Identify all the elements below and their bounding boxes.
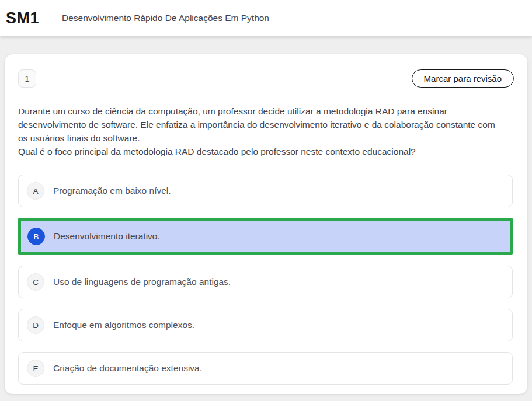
app-header: SM1 Desenvolvimento Rápido De Aplicações… (0, 0, 532, 36)
question-text: Durante um curso de ciência da computaçã… (18, 104, 497, 158)
option-e[interactable]: E Criação de documentação extensiva. (18, 352, 513, 385)
option-e-letter-badge: E (27, 360, 44, 377)
question-paragraph-1: Durante um curso de ciência da computaçã… (18, 104, 497, 145)
option-c[interactable]: C Uso de linguagens de programação antig… (18, 266, 513, 298)
course-title: Desenvolvimento Rápido De Aplicações Em … (62, 13, 269, 23)
option-a-text: Programação em baixo nível. (53, 186, 171, 196)
option-c-text: Uso de linguagens de programação antigas… (53, 277, 231, 287)
option-b-text: Desenvolvimento iterativo. (54, 231, 160, 242)
options-list: A Programação em baixo nível. B Desenvol… (18, 175, 513, 385)
question-number-badge: 1 (18, 69, 36, 88)
app-logo: SM1 (5, 9, 50, 27)
option-c-letter-badge: C (27, 273, 44, 291)
option-d-text: Enfoque em algoritmos complexos. (53, 320, 194, 330)
header-divider (50, 5, 50, 32)
option-d[interactable]: D Enfoque em algoritmos complexos. (18, 309, 513, 341)
question-paragraph-2: Qual é o foco principal da metodologia R… (18, 145, 497, 158)
question-header-row: 1 Marcar para revisão (18, 69, 514, 88)
mark-for-review-button[interactable]: Marcar para revisão (412, 69, 514, 88)
question-card: 1 Marcar para revisão Durante um curso d… (5, 54, 527, 394)
page-body: 1 Marcar para revisão Durante um curso d… (0, 36, 532, 394)
option-a-letter-badge: A (27, 182, 44, 200)
option-b-letter-badge: B (27, 228, 45, 245)
option-a[interactable]: A Programação em baixo nível. (18, 175, 513, 207)
option-e-text: Criação de documentação extensiva. (53, 363, 202, 374)
option-b-selected[interactable]: B Desenvolvimento iterativo. (18, 218, 513, 255)
option-d-letter-badge: D (27, 316, 44, 334)
